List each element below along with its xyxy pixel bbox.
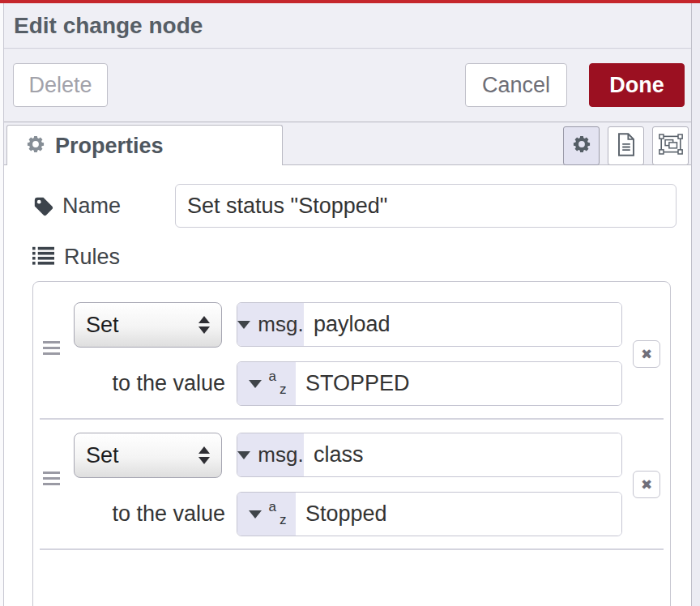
name-input[interactable] xyxy=(175,184,677,228)
document-icon xyxy=(617,133,636,160)
rule-row: Set msg. to the value a xyxy=(33,302,670,406)
dialog-header: Edit change node xyxy=(4,3,691,49)
property-type-button[interactable]: msg. xyxy=(237,433,304,476)
dialog-toolbar: Delete Cancel Done xyxy=(4,49,691,122)
property-input[interactable] xyxy=(304,303,621,346)
tag-icon xyxy=(32,195,54,220)
edit-change-node-dialog: Edit change node Delete Cancel Done Prop… xyxy=(0,0,700,606)
tab-properties-label: Properties xyxy=(55,134,164,159)
dialog-title: Edit change node xyxy=(14,3,203,49)
rule-action-select[interactable]: Set xyxy=(74,433,222,478)
rule-divider xyxy=(40,418,664,420)
object-group-icon xyxy=(659,134,683,158)
rule-divider xyxy=(40,548,664,550)
done-button[interactable]: Done xyxy=(589,63,685,107)
caret-down-icon xyxy=(237,321,250,329)
string-type-icon: az xyxy=(269,370,285,398)
property-typed-input: msg. xyxy=(237,302,622,347)
to-the-value-label: to the value xyxy=(82,361,225,405)
delete-button[interactable]: Delete xyxy=(13,63,108,107)
value-typed-input: az xyxy=(237,492,622,536)
value-input[interactable] xyxy=(296,493,621,536)
drag-handle-icon[interactable] xyxy=(43,341,60,358)
node-appearance-button[interactable] xyxy=(652,126,689,165)
rule-action-select[interactable]: Set xyxy=(74,302,222,348)
properties-panel: Name Rules Set msg. xyxy=(4,165,691,606)
caret-down-icon xyxy=(249,510,262,519)
rules-list: Set msg. to the value a xyxy=(32,281,671,606)
drag-handle-icon[interactable] xyxy=(43,472,60,489)
caret-down-icon xyxy=(237,451,250,459)
tab-properties[interactable]: Properties xyxy=(6,125,283,166)
msg-prefix-label: msg. xyxy=(258,312,303,337)
to-the-value-label: to the value xyxy=(82,492,225,536)
rule-row: Set msg. to the value a xyxy=(33,433,670,536)
value-type-button[interactable]: az xyxy=(237,493,296,536)
edit-tray: Edit change node Delete Cancel Done Prop… xyxy=(4,3,692,606)
list-icon xyxy=(32,246,54,268)
rule-action-value: Set xyxy=(86,313,198,338)
caret-down-icon xyxy=(249,380,262,388)
msg-prefix-label: msg. xyxy=(258,442,303,467)
close-icon: ✖ xyxy=(641,346,652,363)
value-input[interactable] xyxy=(296,362,621,405)
cancel-button[interactable]: Cancel xyxy=(465,63,567,107)
tab-bar: Properties xyxy=(4,123,691,165)
close-icon: ✖ xyxy=(641,476,652,493)
gear-icon xyxy=(25,134,46,158)
rule-action-value: Set xyxy=(86,443,198,468)
value-typed-input: az xyxy=(237,361,622,406)
property-input[interactable] xyxy=(304,433,621,476)
value-type-button[interactable]: az xyxy=(237,362,296,405)
gear-icon xyxy=(571,134,592,158)
property-typed-input: msg. xyxy=(237,433,622,477)
name-field-label: Name xyxy=(62,184,121,228)
property-type-button[interactable]: msg. xyxy=(237,303,304,346)
select-arrows-icon xyxy=(198,316,210,334)
edit-properties-button[interactable] xyxy=(563,126,600,165)
string-type-icon: az xyxy=(269,501,285,528)
edit-description-button[interactable] xyxy=(608,126,644,165)
select-arrows-icon xyxy=(198,446,210,464)
remove-rule-button[interactable]: ✖ xyxy=(633,340,660,368)
rules-section-label: Rules xyxy=(64,235,120,279)
remove-rule-button[interactable]: ✖ xyxy=(633,471,660,498)
